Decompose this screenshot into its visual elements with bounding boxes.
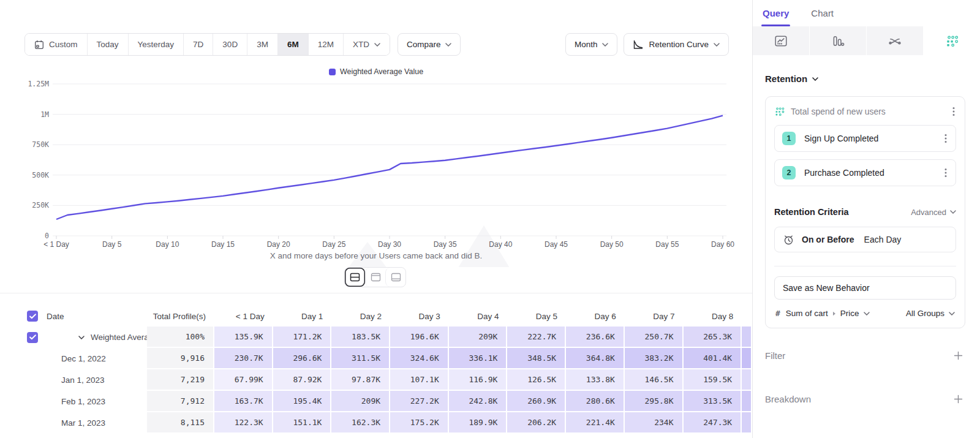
retention-value-cell[interactable]: 175.2K (390, 412, 449, 434)
view-toggle-chart-only[interactable] (365, 268, 385, 287)
retention-value-cell[interactable]: 348.5K (507, 348, 566, 369)
retention-value-cell[interactable]: 116.9K (449, 369, 508, 391)
retention-value-cell[interactable]: 122.3K (214, 412, 273, 434)
row-label[interactable]: Feb 1, 2023 (61, 397, 105, 406)
column-header-day[interactable]: Day 2 (331, 306, 390, 327)
retention-value-cell[interactable]: 265.3K (684, 327, 742, 348)
total-profiles-cell[interactable]: 9,916 (147, 348, 214, 369)
retention-value-cell[interactable]: 126.5K (507, 369, 566, 391)
retention-value-cell[interactable]: 221.4K (566, 412, 625, 434)
retention-value-cell[interactable]: 401.4K (684, 348, 742, 369)
retention-value-cell[interactable]: 146.5K (625, 369, 684, 391)
retention-value-cell[interactable]: 67.99K (214, 369, 273, 391)
column-header-day[interactable]: Day 8 (684, 306, 742, 327)
retention-value-cell[interactable]: 311.5K (331, 348, 390, 369)
retention-value-cell[interactable]: 159.5K (684, 369, 742, 391)
column-header-day[interactable]: < 1 Day (214, 306, 273, 327)
retention-value-cell[interactable]: 336.1K (449, 348, 508, 369)
row-label[interactable]: Weighted Average ... (91, 333, 147, 342)
groups-dropdown[interactable]: All Groups (906, 309, 955, 318)
total-profiles-cell[interactable]: 8,115 (147, 412, 214, 434)
retention-value-cell[interactable]: 234K (625, 412, 684, 434)
retention-value-cell[interactable]: 260.9K (507, 391, 566, 412)
row-label[interactable]: Mar 1, 2023 (61, 418, 105, 428)
view-toggle-table-only[interactable] (385, 268, 405, 287)
retention-value-cell[interactable]: 183.5K (331, 327, 390, 348)
column-header-day[interactable]: Day 1 (273, 306, 332, 327)
retention-value-cell[interactable]: 87.92K (273, 369, 332, 391)
behavior-menu-button[interactable] (951, 105, 956, 118)
compare-button[interactable]: Compare (398, 33, 461, 56)
date-range-yesterday[interactable]: Yesterday (128, 34, 184, 55)
save-behavior-button[interactable]: Save as New Behavior (774, 276, 956, 300)
retention-value-cell[interactable]: 163.7K (214, 391, 273, 412)
retention-condition[interactable]: On or Before Each Day (774, 227, 956, 252)
column-header-date[interactable]: Date (47, 312, 64, 321)
view-toggle-chart-and-table[interactable] (345, 268, 365, 287)
date-range-xtd[interactable]: XTD (343, 34, 390, 55)
retention-value-cell[interactable]: 196.6K (390, 327, 449, 348)
retention-value-cell[interactable]: 162.3K (331, 412, 390, 434)
chart-type-button[interactable]: Retention Curve (624, 33, 729, 56)
retention-value-cell[interactable]: 227.2K (390, 391, 449, 412)
select-all-checkbox[interactable] (27, 311, 38, 322)
row-label[interactable]: Jan 1, 2023 (61, 376, 105, 385)
date-range-30d[interactable]: 30D (213, 34, 247, 55)
column-header-day[interactable]: Day 7 (625, 306, 684, 327)
column-header-day[interactable]: Day 4 (449, 306, 508, 327)
retention-value-cell-clipped[interactable] (742, 391, 751, 412)
total-profiles-cell[interactable]: 7,912 (147, 391, 214, 412)
date-range-today[interactable]: Today (87, 34, 128, 55)
retention-value-cell[interactable]: 247.3K (684, 412, 742, 434)
criteria-mode-dropdown[interactable]: Advanced (911, 208, 956, 217)
event-menu-button[interactable] (943, 132, 948, 145)
date-range-12m[interactable]: 12M (308, 34, 343, 55)
retention-value-cell-clipped[interactable] (742, 348, 751, 369)
retention-value-cell[interactable]: 209K (331, 391, 390, 412)
retention-value-cell[interactable]: 135.9K (214, 327, 273, 348)
retention-value-cell[interactable]: 222.7K (507, 327, 566, 348)
retention-value-cell-clipped[interactable] (742, 412, 751, 434)
retention-value-cell[interactable]: 97.87K (331, 369, 390, 391)
retention-value-cell[interactable]: 242.8K (449, 391, 508, 412)
retention-value-cell[interactable]: 209K (449, 327, 508, 348)
event-step-2[interactable]: 2 Purchase Completed (774, 159, 956, 186)
row-checkbox[interactable] (27, 332, 38, 343)
date-range-custom[interactable]: Custom (25, 34, 87, 55)
retention-value-cell[interactable]: 133.8K (566, 369, 625, 391)
retention-value-cell[interactable]: 230.7K (214, 348, 273, 369)
column-header-total[interactable]: Total Profile(s) (147, 306, 214, 327)
date-range-6m[interactable]: 6M (277, 34, 308, 55)
insights-report-icon[interactable] (753, 26, 810, 55)
retention-value-cell[interactable]: 171.2K (273, 327, 332, 348)
retention-value-cell[interactable]: 324.6K (390, 348, 449, 369)
retention-value-cell-clipped[interactable] (742, 369, 751, 391)
chart-legend[interactable]: Weighted Average Value (0, 67, 752, 76)
retention-value-cell[interactable]: 195.4K (273, 391, 332, 412)
date-range-7d[interactable]: 7D (183, 34, 213, 55)
retention-value-cell[interactable]: 151.1K (273, 412, 332, 434)
retention-value-cell[interactable]: 250.7K (625, 327, 684, 348)
column-header-day[interactable]: Day 3 (390, 306, 449, 327)
retention-value-cell[interactable]: 107.1K (390, 369, 449, 391)
tab-chart[interactable]: Chart (811, 0, 834, 26)
retention-value-cell[interactable]: 236.6K (566, 327, 625, 348)
retention-value-cell[interactable]: 280.6K (566, 391, 625, 412)
retention-report-icon[interactable] (924, 26, 980, 55)
retention-value-cell-clipped[interactable] (742, 327, 751, 348)
date-range-3m[interactable]: 3M (247, 34, 277, 55)
granularity-button[interactable]: Month (565, 33, 618, 56)
collapse-chevron-icon[interactable] (78, 336, 85, 339)
row-label[interactable]: Dec 1, 2022 (61, 354, 106, 363)
retention-value-cell[interactable]: 296.6K (273, 348, 332, 369)
retention-value-cell[interactable]: 364.8K (566, 348, 625, 369)
funnels-report-icon[interactable] (810, 26, 867, 55)
column-header-day[interactable]: Day 5 (507, 306, 566, 327)
add-filter-button[interactable] (954, 351, 963, 360)
report-type-dropdown[interactable]: Retention (765, 74, 965, 84)
retention-value-cell[interactable]: 206.2K (507, 412, 566, 434)
event-step-1[interactable]: 1 Sign Up Completed (774, 125, 956, 152)
total-profiles-cell[interactable]: 100% (147, 327, 214, 348)
column-header-day[interactable]: Day 6 (566, 306, 625, 327)
add-breakdown-button[interactable] (954, 395, 963, 404)
